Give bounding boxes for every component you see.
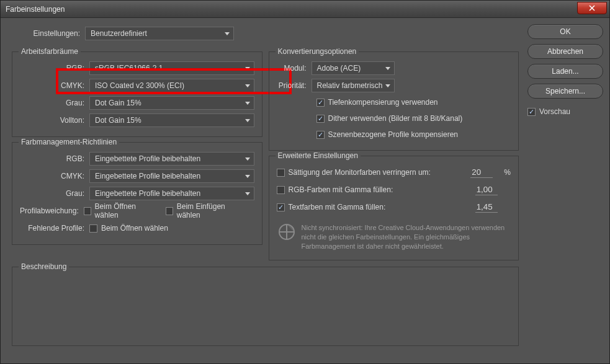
rgb-gamma-label: RGB-Farben mit Gamma füllen: <box>289 185 393 194</box>
sync-text: Nicht synchronisiert: Ihre Creative Clou… <box>302 223 510 251</box>
spot-select[interactable]: Dot Gain 15% <box>89 113 254 127</box>
ok-button[interactable]: OK <box>527 24 603 39</box>
scene-checkbox[interactable] <box>316 131 325 139</box>
chevron-down-icon <box>245 119 250 122</box>
policy-rgb-select[interactable]: Eingebettete Profile beibehalten <box>89 152 254 166</box>
mismatch-open-label: Beim Öffnen wählen <box>95 202 155 220</box>
chevron-down-icon <box>245 102 250 105</box>
desat-input[interactable] <box>470 167 493 178</box>
workspaces-title: Arbeitsfarbräume <box>19 47 81 56</box>
preview-row: Vorschau <box>527 107 603 116</box>
policy-cmyk-select[interactable]: Eingebettete Profile beibehalten <box>89 169 254 183</box>
left-column: Arbeitsfarbräume RGB: sRGB IEC61966-2.1 … <box>12 47 262 260</box>
text-gamma-checkbox[interactable] <box>277 203 285 211</box>
engine-value: Adobe (ACE) <box>317 64 361 73</box>
engine-select[interactable]: Adobe (ACE) <box>312 61 395 75</box>
conversion-title: Konvertierungsoptionen <box>276 47 359 56</box>
not-synced-icon <box>278 223 295 241</box>
policy-gray-row: Grau: Eingebettete Profile beibehalten <box>20 185 254 202</box>
chevron-down-icon <box>245 67 250 70</box>
missing-label: Fehlende Profile: <box>20 224 89 233</box>
description-group: Beschreibung <box>12 267 519 346</box>
gray-value: Dot Gain 15% <box>95 99 141 107</box>
titlebar: Farbeinstellungen <box>1 1 609 18</box>
conversion-group: Konvertierungsoptionen Modul: Adobe (ACE… <box>269 51 519 151</box>
cmyk-label: CMYK: <box>20 81 89 90</box>
cmyk-value: ISO Coated v2 300% (ECI) <box>95 81 184 90</box>
policy-gray-label: Grau: <box>20 189 89 198</box>
preview-label: Vorschau <box>539 107 570 116</box>
desat-label: Sättigung der Monitorfarben verringern u… <box>289 168 431 177</box>
desat-unit: % <box>504 168 511 177</box>
policy-cmyk-value: Eingebettete Profile beibehalten <box>95 172 200 180</box>
dither-label: Dither verwenden (Bilder mit 8 Bit/Kanal… <box>328 114 463 123</box>
gray-row: Grau: Dot Gain 15% <box>20 94 254 112</box>
mismatch-label: Profilabweichung: <box>20 206 84 215</box>
policies-group: Farbmanagement-Richtlinien RGB: Eingebet… <box>12 142 262 245</box>
right-column: Konvertierungsoptionen Modul: Adobe (ACE… <box>269 47 519 260</box>
rgb-gamma-input[interactable] <box>475 184 498 195</box>
intent-select[interactable]: Relativ farbmetrisch <box>312 79 395 92</box>
mismatch-open-checkbox[interactable] <box>84 207 91 215</box>
text-gamma-input[interactable] <box>475 202 498 213</box>
window-title: Farbeinstellungen <box>6 5 65 14</box>
chevron-down-icon <box>245 175 250 178</box>
side-buttons: OK Abbrechen Laden... Speichern... Vorsc… <box>527 24 603 357</box>
cancel-button[interactable]: Abbrechen <box>527 44 603 59</box>
policy-rgb-row: RGB: Eingebettete Profile beibehalten <box>20 150 254 167</box>
bpc-checkbox[interactable] <box>316 99 325 107</box>
mismatch-paste-checkbox[interactable] <box>166 207 173 215</box>
advanced-group: Erweiterte Einstellungen Sättigung der M… <box>269 156 519 260</box>
intent-row: Priorität: Relativ farbmetrisch <box>277 77 511 94</box>
load-button[interactable]: Laden... <box>527 64 603 79</box>
rgb-gamma-checkbox[interactable] <box>277 186 285 194</box>
engine-label: Modul: <box>277 64 312 73</box>
policy-rgb-label: RGB: <box>20 154 89 163</box>
rgb-select[interactable]: sRGB IEC61966-2.1 <box>89 61 254 75</box>
main-column: Einstellungen: Benutzerdefiniert Arbeits… <box>12 24 519 357</box>
desat-checkbox[interactable] <box>277 169 285 177</box>
policy-cmyk-row: CMYK: Eingebettete Profile beibehalten <box>20 167 254 185</box>
spot-value: Dot Gain 15% <box>95 116 141 125</box>
chevron-down-icon <box>245 84 250 87</box>
gray-label: Grau: <box>20 99 89 107</box>
engine-row: Modul: Adobe (ACE) <box>277 60 511 77</box>
gray-select[interactable]: Dot Gain 15% <box>89 96 254 110</box>
policy-gray-value: Eingebettete Profile beibehalten <box>95 189 200 198</box>
text-gamma-label: Textfarben mit Gamma füllen: <box>289 203 386 211</box>
chevron-down-icon <box>245 192 250 195</box>
settings-label: Einstellungen: <box>12 29 80 38</box>
description-title: Beschreibung <box>19 262 69 271</box>
text-gamma-row: Textfarben mit Gamma füllen: <box>277 198 511 216</box>
missing-open-checkbox[interactable] <box>89 224 97 233</box>
save-button[interactable]: Speichern... <box>527 84 603 99</box>
cmyk-row: CMYK: ISO Coated v2 300% (ECI) <box>20 77 254 94</box>
settings-row: Einstellungen: Benutzerdefiniert <box>12 27 519 40</box>
policy-gray-select[interactable]: Eingebettete Profile beibehalten <box>89 187 254 200</box>
rgb-gamma-row: RGB-Farben mit Gamma füllen: <box>277 181 511 198</box>
mismatch-paste-label: Beim Einfügen wählen <box>177 202 243 220</box>
cmyk-select[interactable]: ISO Coated v2 300% (ECI) <box>89 79 254 92</box>
missing-row: Fehlende Profile: Beim Öffnen wählen <box>20 220 254 237</box>
workspaces-group: Arbeitsfarbräume RGB: sRGB IEC61966-2.1 … <box>12 51 262 137</box>
color-settings-dialog: Farbeinstellungen Einstellungen: Benutze… <box>0 0 610 364</box>
policies-title: Farbmanagement-Richtlinien <box>19 138 119 146</box>
rgb-value: sRGB IEC61966-2.1 <box>95 64 163 73</box>
settings-value: Benutzerdefiniert <box>91 29 147 38</box>
rgb-row: RGB: sRGB IEC61966-2.1 <box>20 60 254 77</box>
chevron-down-icon <box>385 84 390 87</box>
columns: Arbeitsfarbräume RGB: sRGB IEC61966-2.1 … <box>12 47 519 260</box>
intent-value: Relativ farbmetrisch <box>317 81 383 90</box>
close-button[interactable] <box>577 2 607 14</box>
content-area: Einstellungen: Benutzerdefiniert Arbeits… <box>1 18 609 363</box>
advanced-title: Erweiterte Einstellungen <box>276 151 361 160</box>
chevron-down-icon <box>245 158 250 161</box>
settings-select[interactable]: Benutzerdefiniert <box>85 27 234 40</box>
dither-checkbox[interactable] <box>316 115 325 123</box>
scene-label: Szenenbezogene Profile kompensieren <box>328 130 458 139</box>
policy-cmyk-label: CMYK: <box>20 172 89 180</box>
preview-checkbox[interactable] <box>527 108 536 116</box>
dither-row: Dither verwenden (Bilder mit 8 Bit/Kanal… <box>316 110 511 127</box>
intent-label: Priorität: <box>277 81 312 90</box>
desat-row: Sättigung der Monitorfarben verringern u… <box>277 164 511 181</box>
